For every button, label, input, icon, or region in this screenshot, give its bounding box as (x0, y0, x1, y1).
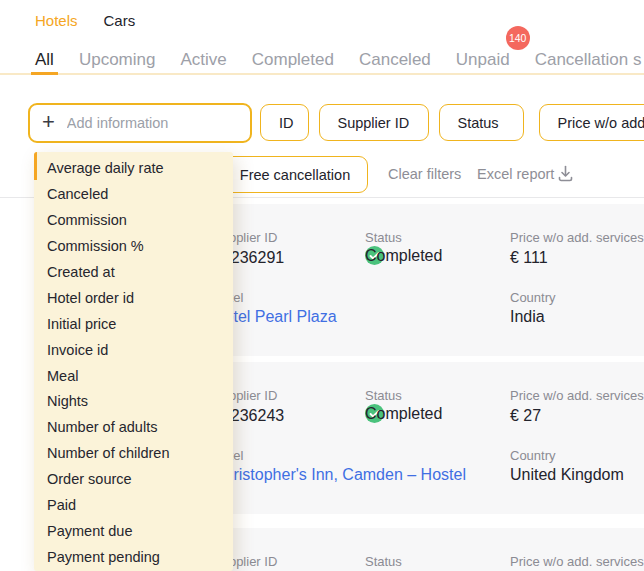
country-value: India (510, 308, 545, 326)
status-value: Completed (365, 246, 384, 265)
dropdown-item-initial-price[interactable]: Initial price (34, 312, 233, 338)
add-information-input[interactable] (65, 114, 240, 132)
dropdown-item-meal[interactable]: Meal (34, 364, 233, 390)
dropdown-item-payment-pending[interactable]: Payment pending (34, 545, 233, 571)
dropdown-item-nights[interactable]: Nights (34, 389, 233, 415)
excel-report-button[interactable]: Excel report (477, 166, 554, 182)
dropdown-item-payment-due[interactable]: Payment due (34, 519, 233, 545)
dropdown-item-invoice-id[interactable]: Invoice id (34, 338, 233, 364)
status-value: Completed (365, 404, 384, 423)
dropdown-item-created-at[interactable]: Created at (34, 260, 233, 286)
dropdown-item-paid[interactable]: Paid (34, 493, 233, 519)
tab-all[interactable]: All (35, 44, 54, 73)
dropdown-item-number-of-children[interactable]: Number of children (34, 441, 233, 467)
tab-completed[interactable]: Completed (252, 44, 334, 73)
filter-chip-status[interactable]: Status (439, 104, 524, 141)
price-label: Price w/o add. services (510, 554, 644, 569)
dropdown-item-canceled[interactable]: Canceled (34, 182, 233, 208)
booking-card: Supplier ID Status Price w/o add. servic… (200, 528, 644, 571)
dropdown-item-average-daily-rate[interactable]: Average daily rate (34, 156, 233, 182)
filter-chips: IDSupplier IDStatusPrice w/o add. (260, 104, 644, 141)
price-label: Price w/o add. services (510, 388, 644, 403)
country-label: Country (510, 448, 556, 463)
status-label: Status (365, 230, 402, 245)
tab-cancellation-s[interactable]: Cancellation s (535, 44, 642, 73)
clear-filters-button[interactable]: Clear filters (388, 166, 461, 182)
tab-upcoming[interactable]: Upcoming (79, 44, 156, 73)
filter-chip-supplier-id[interactable]: Supplier ID (319, 104, 429, 141)
status-label: Status (365, 388, 402, 403)
column-picker-dropdown: Average daily rateCanceledCommissionComm… (34, 152, 233, 571)
dropdown-item-hotel-order-id[interactable]: Hotel order id (34, 286, 233, 312)
dropdown-item-number-of-adults[interactable]: Number of adults (34, 415, 233, 441)
status-label: Status (365, 554, 402, 569)
free-cancellation-button[interactable]: Free cancellation (222, 156, 368, 193)
tab-active[interactable]: Active (180, 44, 226, 73)
nav-item-cars[interactable]: Cars (104, 12, 136, 29)
bookings-page: Hotels Cars All Upcoming Active Complete… (0, 0, 644, 571)
dropdown-item-order-source[interactable]: Order source (34, 467, 233, 493)
price-label: Price w/o add. services (510, 230, 644, 245)
tab-canceled[interactable]: Canceled (359, 44, 431, 73)
country-label: Country (510, 290, 556, 305)
active-item-indicator (34, 152, 37, 180)
booking-card: Supplier ID Status Price w/o add. servic… (200, 362, 644, 514)
dropdown-item-commission[interactable]: Commission % (34, 234, 233, 260)
unpaid-badge: 140 (506, 26, 530, 50)
country-value: United Kingdom (510, 466, 624, 484)
filter-chip-price-w-o-add[interactable]: Price w/o add. (539, 104, 644, 141)
tab-unpaid[interactable]: Unpaid 140 (456, 44, 510, 73)
booking-card: Supplier ID Status Price w/o add. servic… (200, 204, 644, 356)
download-icon[interactable] (555, 163, 576, 188)
top-nav: Hotels Cars (35, 12, 135, 29)
nav-item-hotels[interactable]: Hotels (35, 12, 78, 29)
filter-chip-id[interactable]: ID (260, 104, 309, 141)
price-value: € 111 (510, 249, 548, 267)
price-value: € 27 (510, 407, 541, 425)
plus-icon: + (42, 111, 55, 133)
hotel-link[interactable]: Christopher's Inn, Camden – Hostel (213, 466, 466, 484)
tabs: All Upcoming Active Completed Canceled U… (0, 44, 644, 75)
add-information-field[interactable]: + (28, 103, 252, 143)
dropdown-item-commission[interactable]: Commission (34, 208, 233, 234)
